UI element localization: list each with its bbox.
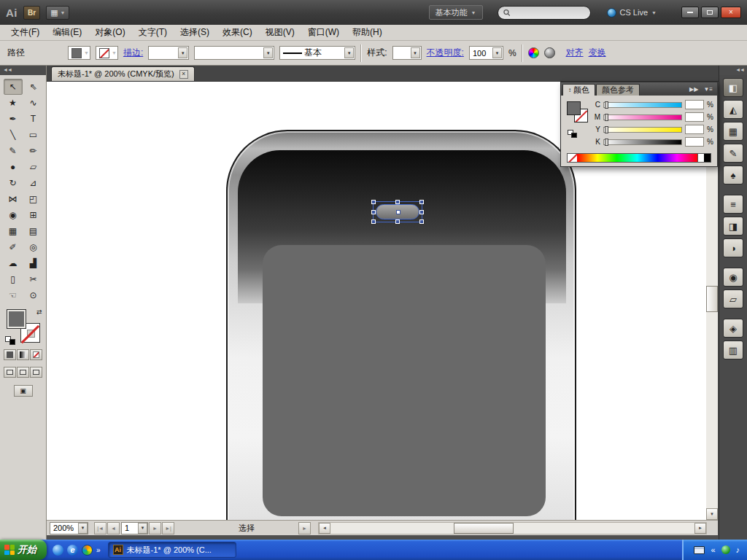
- menu-edit[interactable]: 编辑(E): [46, 26, 88, 39]
- draw-normal-button[interactable]: [4, 367, 16, 378]
- media-quick-launch-icon[interactable]: [82, 545, 93, 556]
- search-box[interactable]: [498, 6, 591, 20]
- menu-object[interactable]: 对象(O): [88, 26, 131, 39]
- column-graph-tool[interactable]: ▟: [24, 255, 43, 271]
- black-value-input[interactable]: [685, 137, 704, 147]
- workspace-switcher[interactable]: 基本功能 ▼: [429, 5, 483, 20]
- yellow-slider[interactable]: [603, 127, 682, 133]
- graphic-styles-icon[interactable]: ▱: [723, 289, 743, 308]
- document-tab[interactable]: 未标题-1* @ 200% (CMYK/预览) ×: [51, 66, 195, 81]
- gradient-paint-button[interactable]: [17, 349, 29, 360]
- first-artboard-icon[interactable]: |◄: [94, 522, 107, 534]
- yellow-value-input[interactable]: [685, 125, 704, 134]
- start-button[interactable]: 开始: [0, 540, 47, 560]
- symbol-sprayer-tool[interactable]: ☁: [4, 255, 23, 271]
- search-input[interactable]: [513, 8, 584, 17]
- color-spectrum-bar[interactable]: [567, 153, 711, 163]
- volume-icon[interactable]: ♪: [736, 545, 740, 554]
- status-options-icon[interactable]: ►: [298, 522, 311, 534]
- brushes-icon[interactable]: ✎: [723, 144, 743, 163]
- menu-type[interactable]: 文字(T): [132, 26, 174, 39]
- draw-inside-button[interactable]: [30, 367, 42, 378]
- fill-color-dropdown[interactable]: ▼: [68, 46, 90, 60]
- slider-marker[interactable]: [605, 101, 608, 109]
- fill-proxy-swatch[interactable]: [7, 309, 26, 329]
- none-paint-button[interactable]: [30, 349, 42, 360]
- magenta-value-input[interactable]: [685, 112, 704, 122]
- dock-collapse-chevron-icon[interactable]: ◄◄: [719, 66, 747, 75]
- selection-bounding-box[interactable]: [373, 201, 422, 222]
- browser-quick-launch-icon[interactable]: [53, 545, 63, 556]
- selection-handle[interactable]: [419, 210, 424, 214]
- tray-collapse-icon[interactable]: «: [711, 545, 715, 554]
- taskbar-document-button[interactable]: Ai 未标题-1* @ 200% (C...: [108, 542, 236, 558]
- selection-handle[interactable]: [371, 210, 376, 214]
- menu-file[interactable]: 文件(F): [4, 26, 46, 39]
- tray-status-icon[interactable]: [721, 545, 730, 554]
- last-artboard-icon[interactable]: ►|: [162, 522, 174, 534]
- prev-artboard-icon[interactable]: ◄: [107, 522, 120, 534]
- tab-color-guide[interactable]: 颜色参考: [596, 84, 640, 96]
- spectrum-white-swatch[interactable]: [697, 154, 704, 162]
- stroke-weight-link[interactable]: 描边:: [123, 47, 143, 59]
- vertical-scroll-thumb[interactable]: [706, 286, 718, 312]
- paintbrush-tool[interactable]: ✎: [4, 143, 23, 159]
- color-paint-button[interactable]: [4, 349, 16, 360]
- panel-expand-icon[interactable]: ▶▶: [689, 86, 698, 93]
- cs-review-icon[interactable]: [544, 47, 555, 58]
- panel-fill-proxy[interactable]: [567, 101, 581, 115]
- cyan-slider[interactable]: [603, 102, 682, 108]
- slider-marker[interactable]: [605, 126, 608, 133]
- minimize-button[interactable]: [681, 7, 699, 18]
- cs-live-button[interactable]: CS Live ▼: [607, 8, 657, 18]
- zoom-combo[interactable]: ▼: [50, 522, 88, 534]
- scroll-right-icon[interactable]: ►: [694, 523, 706, 534]
- opacity-combo[interactable]: ▼: [469, 46, 503, 60]
- artboards-icon[interactable]: ▥: [723, 341, 743, 359]
- stroke-weight-dropdown[interactable]: ▼: [148, 46, 189, 60]
- transparency-icon[interactable]: ◑: [723, 238, 743, 257]
- swatches-icon[interactable]: ▦: [723, 122, 743, 141]
- panel-menu-icon[interactable]: ▼≡: [703, 86, 713, 93]
- rotate-tool[interactable]: ↻: [4, 175, 23, 191]
- transform-link[interactable]: 变换: [589, 47, 606, 59]
- slice-tool[interactable]: ✂: [24, 271, 43, 287]
- next-artboard-icon[interactable]: ►: [149, 522, 161, 534]
- mesh-tool[interactable]: ▦: [4, 223, 23, 239]
- selection-center-point[interactable]: [396, 210, 400, 214]
- symbols-icon[interactable]: ♠: [723, 166, 743, 184]
- artboard-tool[interactable]: ▯: [4, 271, 23, 287]
- lasso-tool[interactable]: ∿: [24, 95, 43, 111]
- eraser-tool[interactable]: ▱: [24, 159, 43, 175]
- artboard-combo[interactable]: ▼: [121, 522, 148, 534]
- selection-handle[interactable]: [395, 200, 400, 204]
- artboard-input[interactable]: [125, 524, 138, 532]
- slider-marker[interactable]: [605, 139, 608, 146]
- cyan-value-input[interactable]: [685, 100, 704, 109]
- phone-screen-shape[interactable]: [263, 245, 546, 516]
- stroke-panel-icon[interactable]: ≡: [723, 195, 743, 214]
- spectrum-none-swatch[interactable]: [568, 154, 577, 162]
- horizontal-scrollbar[interactable]: ◄ ►: [318, 522, 707, 534]
- opacity-input[interactable]: [473, 49, 490, 58]
- selection-tool[interactable]: ↖: [4, 79, 23, 95]
- perspective-grid-tool[interactable]: ⊞: [24, 207, 43, 223]
- magic-wand-tool[interactable]: ★: [4, 95, 23, 111]
- scroll-left-icon[interactable]: ◄: [319, 523, 330, 534]
- arrange-documents-button[interactable]: ▦ ▼: [46, 6, 69, 20]
- zoom-input[interactable]: [53, 524, 78, 532]
- slider-marker[interactable]: [605, 114, 608, 121]
- input-method-icon[interactable]: [694, 546, 705, 554]
- selection-handle[interactable]: [371, 200, 376, 204]
- horizontal-scroll-thumb[interactable]: [454, 523, 514, 534]
- tab-close-icon[interactable]: ×: [179, 70, 188, 79]
- width-profile-dropdown[interactable]: ▼: [194, 46, 274, 60]
- menu-select[interactable]: 选择(S): [174, 26, 216, 39]
- type-tool[interactable]: T: [24, 111, 43, 127]
- align-link[interactable]: 对齐: [566, 47, 584, 59]
- layers-icon[interactable]: ◈: [723, 319, 743, 338]
- swap-fill-stroke-icon[interactable]: ⇄: [36, 308, 42, 316]
- draw-behind-button[interactable]: [17, 367, 29, 378]
- restore-button[interactable]: [701, 7, 719, 18]
- pencil-tool[interactable]: ✏: [24, 143, 43, 159]
